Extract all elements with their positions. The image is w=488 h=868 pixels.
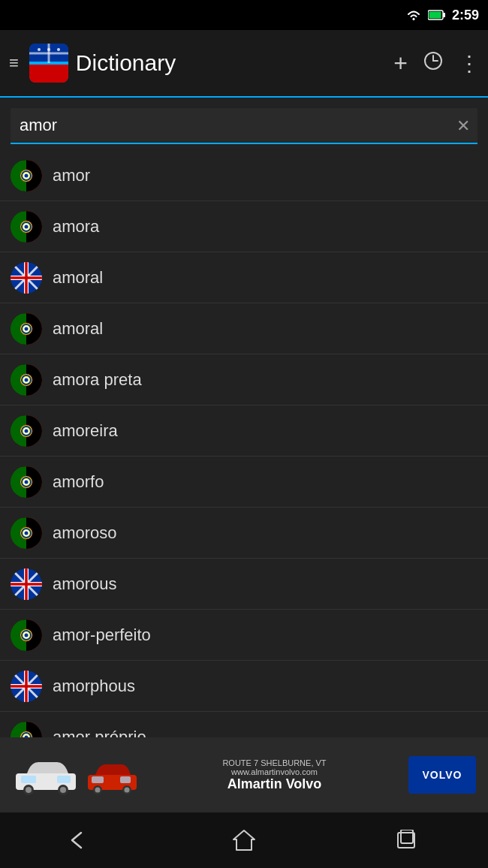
history-icon[interactable] [423, 50, 444, 77]
word-label: amorfo [53, 472, 104, 492]
list-item[interactable]: amoreira [0, 405, 488, 457]
hamburger-icon[interactable]: ≡ [9, 53, 19, 73]
svg-point-74 [25, 531, 29, 535]
app-bar: ≡ Dictionary + [0, 30, 488, 98]
word-label: amoroso [53, 523, 117, 543]
battery-icon [428, 10, 446, 20]
portugal-flag [11, 619, 42, 651]
search-container: ✕ [0, 98, 488, 150]
svg-rect-125 [401, 830, 413, 843]
ad-text-block: ROUTE 7 SHELBURNE, VT www.almartinvolvo.… [140, 758, 408, 792]
svg-point-11 [47, 48, 50, 51]
svg-point-53 [25, 378, 29, 381]
svg-point-111 [26, 787, 32, 793]
svg-rect-6 [29, 63, 68, 83]
word-label: amoral [53, 319, 103, 339]
status-bar: 2:59 [0, 0, 488, 30]
list-item[interactable]: amoral [0, 303, 488, 354]
portugal-flag [11, 415, 42, 447]
svg-point-29 [25, 225, 29, 228]
ad-banner: ROUTE 7 SHELBURNE, VT www.almartinvolvo.… [0, 737, 488, 812]
svg-point-60 [25, 429, 29, 432]
word-label: amoreira [53, 421, 118, 441]
svg-point-12 [57, 48, 60, 51]
list-item[interactable]: amorphous [0, 661, 488, 712]
add-icon[interactable]: + [393, 50, 408, 77]
svg-point-120 [125, 787, 130, 792]
svg-marker-123 [233, 830, 255, 850]
uk-flag [11, 262, 42, 294]
ad-website: www.almartinvolvo.com [140, 767, 408, 776]
list-item[interactable]: amor [0, 150, 488, 201]
word-label: amorphous [53, 677, 135, 696]
portugal-flag [11, 313, 42, 345]
svg-point-0 [412, 18, 414, 20]
svg-rect-122 [92, 776, 104, 783]
svg-rect-2 [443, 13, 445, 17]
search-wrapper: ✕ [11, 108, 477, 144]
word-label: amora [53, 217, 99, 237]
word-label: amora preta [53, 370, 142, 390]
portugal-flag [11, 211, 42, 243]
list-item[interactable]: amora preta [0, 354, 488, 405]
status-time: 2:59 [452, 8, 479, 23]
nav-home-button[interactable] [221, 825, 267, 855]
red-car-icon [84, 758, 140, 796]
nav-back-button[interactable] [59, 825, 104, 855]
svg-rect-3 [429, 12, 441, 19]
nav-recents-button[interactable] [384, 825, 429, 855]
svg-point-118 [95, 787, 101, 792]
svg-point-113 [60, 787, 66, 793]
word-label: amoral [53, 268, 103, 288]
svg-point-46 [25, 327, 29, 330]
list-item[interactable]: amora [0, 201, 488, 252]
list-item[interactable]: amorfo [0, 457, 488, 508]
svg-rect-114 [57, 776, 71, 783]
ad-route: ROUTE 7 SHELBURNE, VT [140, 758, 408, 767]
wifi-icon [405, 9, 422, 21]
ad-logo: VOLVO [408, 756, 476, 794]
toolbar-icons: + ⋮ [393, 50, 479, 77]
search-input[interactable] [11, 108, 477, 144]
svg-point-22 [25, 173, 29, 177]
portugal-flag [11, 364, 42, 396]
search-clear-icon[interactable]: ✕ [456, 116, 470, 136]
list-item[interactable]: amoral [0, 252, 488, 303]
list-item[interactable]: amoroso [0, 508, 488, 559]
portugal-flag [11, 160, 42, 191]
app-logo [29, 44, 68, 83]
list-item[interactable]: amor-perfeito [0, 610, 488, 661]
cars-container [12, 755, 140, 796]
svg-rect-121 [120, 776, 131, 783]
svg-rect-115 [21, 776, 36, 783]
uk-flag [11, 568, 42, 600]
app-title: Dictionary [76, 50, 386, 76]
list-item[interactable]: amorous [0, 559, 488, 610]
svg-point-10 [38, 48, 41, 51]
bottom-nav [0, 812, 488, 868]
more-icon[interactable]: ⋮ [459, 51, 479, 76]
white-car-icon [12, 755, 80, 796]
uk-flag [11, 671, 42, 702]
word-list: amor amora [0, 150, 488, 763]
status-icons: 2:59 [405, 8, 479, 23]
word-label: amor [53, 166, 90, 185]
portugal-flag [11, 517, 42, 549]
word-label: amor-perfeito [53, 625, 151, 645]
word-label: amorous [53, 574, 117, 594]
svg-point-91 [25, 633, 29, 637]
svg-point-67 [25, 480, 29, 484]
ad-brand-name: Almartin Volvo [140, 776, 408, 792]
portugal-flag [11, 466, 42, 498]
